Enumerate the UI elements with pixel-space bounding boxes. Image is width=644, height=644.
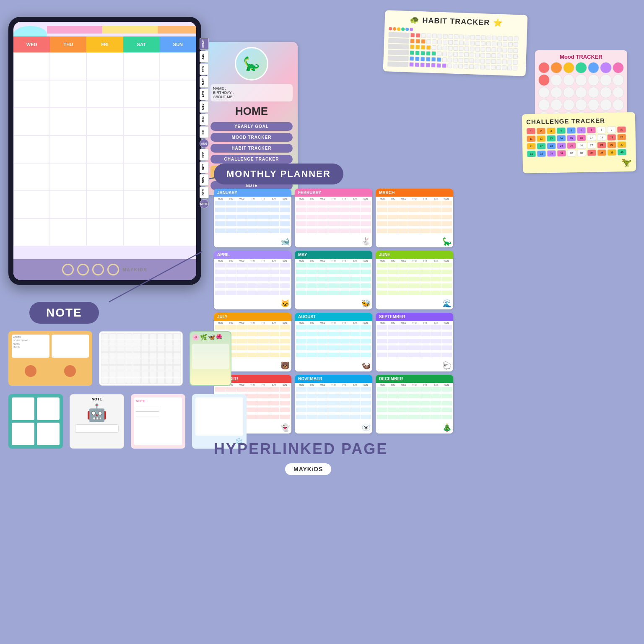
- birthday-field: BIRTHDAY :: [213, 91, 290, 95]
- nav-tab-mar[interactable]: MAR: [200, 76, 209, 88]
- nav-tab-sep[interactable]: SEP: [200, 149, 209, 161]
- col-sat: SAT: [123, 36, 160, 52]
- nav-tab-dec[interactable]: DEC: [200, 187, 209, 198]
- pink-lines: ─────────────────────────────────: [136, 405, 180, 419]
- note-card-white-grid: [99, 331, 183, 386]
- challenge-tracker-title: CHALLENGE TRACKER: [526, 117, 631, 125]
- challenge-tracker-content: CHALLENGE TRACKER 1234567891011121314151…: [522, 112, 636, 174]
- hyperlinked-label: HYPERLINKED PAGE: [214, 440, 388, 458]
- month-card-january: JANUARYMONTUEWEDTHUFRISATSUN🐋: [214, 189, 291, 247]
- month-card-march: MARCHMONTUEWEDTHUFRISATSUN🦕: [376, 189, 453, 247]
- note-cards-row2: NOTE 🤖 NOTE ────────────────────────────…: [8, 394, 247, 449]
- about-field: ABOUT ME :: [213, 95, 290, 99]
- tablet-brand-label: MAYKIDS: [122, 267, 147, 272]
- challenge-tracker-btn[interactable]: CHALLENGE TRACKER: [210, 155, 293, 164]
- col-sun: SUN: [160, 36, 196, 52]
- floral-decorations: 🌸 🌿 🦋 🌺: [190, 332, 231, 342]
- ring-decoration-1: [62, 264, 74, 275]
- habit-tracker-title: HABIT TRACKER: [422, 16, 490, 27]
- doodle-note-label: NOTE: [91, 397, 102, 401]
- challenge-dino-area: 🦖: [527, 157, 632, 169]
- white-grid: [101, 333, 181, 384]
- circle-deco-1: [25, 365, 36, 377]
- month-card-september: SEPTEMBERMONTUEWEDTHUFRISATSUN🐑: [376, 313, 453, 371]
- note-card-pink: NOTE ─────────────────────────────────: [131, 394, 185, 449]
- pink-writing-area: NOTE ─────────────────────────────────: [134, 397, 182, 445]
- note-cell-1: WRITESOMETHINGNOTEHERE: [12, 335, 49, 358]
- nav-tab-oct[interactable]: OCT: [200, 161, 209, 173]
- ring-decoration-3: [92, 264, 104, 275]
- nav-tab-jun[interactable]: JUN: [200, 114, 209, 125]
- nav-tab-aug[interactable]: AUG: [200, 139, 209, 148]
- teal-cell-2: [37, 397, 60, 420]
- month-card-december: DECEMBERMONTUEWEDTHUFRISATSUN🎄: [376, 375, 453, 434]
- month-card-april: APRILMONTUEWEDTHUFRISATSUN🐱: [214, 251, 291, 309]
- tablet-frame: WED THU FRI SAT SUN // Generate 35 cells…: [8, 17, 201, 285]
- month-card-february: FEBRUARYMONTUEWEDTHUFRISATSUN🐇: [295, 189, 372, 247]
- ring-decoration-2: [77, 264, 89, 275]
- tablet-top-decoration: [13, 22, 196, 36]
- yearly-goal-btn[interactable]: YEARLY GOAL: [210, 122, 293, 131]
- habit-tracker-btn[interactable]: HABIT TRACKER: [210, 144, 293, 153]
- col-wed: WED: [13, 36, 50, 52]
- pink-bar: [47, 26, 102, 34]
- nav-tab-home[interactable]: HOME: [200, 38, 209, 50]
- dot-blue: [405, 28, 409, 31]
- dot-purple: [410, 28, 413, 31]
- nav-tab-nov[interactable]: NOV: [200, 174, 209, 186]
- note-cell-2: [52, 335, 89, 358]
- orange-bar: [158, 26, 196, 34]
- flower-icon-4: 🌺: [216, 334, 222, 340]
- circle-deco-2: [64, 365, 76, 377]
- monthly-planner-label: MONTHLY PLANNER: [214, 164, 343, 184]
- mood-tracker-title: Mood TRACKER: [538, 54, 624, 60]
- robot-icon: 🤖: [86, 403, 107, 423]
- flower-icon-1: 🌸: [192, 334, 199, 340]
- star-icon: ⭐: [493, 18, 503, 28]
- nav-tab-may[interactable]: MAY: [200, 101, 209, 113]
- yellow-bar: [102, 26, 158, 34]
- ring-decoration-4: [107, 264, 119, 275]
- floral-writing-area: [192, 344, 229, 369]
- nav-tab-jul[interactable]: JUL: [200, 126, 209, 138]
- dino-avatar: 🦕: [235, 47, 268, 80]
- dino-icon: 🦖: [621, 157, 632, 167]
- flower-icon-3: 🦋: [208, 334, 215, 340]
- habit-tracker-card: 🐢 HABIT TRACKER ⭐: [384, 13, 527, 74]
- turtle-icon: 🐢: [410, 15, 419, 25]
- nav-tab-feb[interactable]: FEB: [200, 63, 209, 75]
- cloud-decoration: [13, 26, 47, 36]
- tablet-side-navigation[interactable]: HOME JAN FEB MAR APR MAY JUN JUL AUG SEP…: [200, 38, 209, 208]
- challenge-tracker-card: CHALLENGE TRACKER 1234567891011121314151…: [522, 112, 636, 174]
- flower-icon-2: 🌿: [200, 334, 207, 340]
- dot-green: [401, 27, 405, 31]
- nav-tab-note[interactable]: NOTE: [200, 199, 209, 208]
- nav-tab-jan[interactable]: JAN: [200, 51, 209, 62]
- maykids-badge: MAYKiDS: [285, 463, 331, 475]
- note-card-teal: [8, 394, 63, 449]
- habit-grid: [387, 32, 523, 71]
- month-card-may: MAYMONTUEWEDTHUFRISATSUN🐝: [295, 251, 372, 309]
- month-card-august: AUGUSTMONTUEWEDTHUFRISATSUN🦦: [295, 313, 372, 371]
- tablet-screen: WED THU FRI SAT SUN // Generate 35 cells…: [13, 22, 196, 280]
- month-card-june: JUNEMONTUEWEDTHUFRISATSUN🌊: [376, 251, 453, 309]
- habit-tracker-content: 🐢 HABIT TRACKER ⭐: [383, 10, 528, 76]
- dot-red: [389, 27, 392, 30]
- note-section-label: NOTE: [29, 302, 99, 324]
- nav-tab-apr[interactable]: APR: [200, 88, 209, 100]
- pink-note-title: NOTE: [136, 399, 180, 403]
- doodle-line: [75, 424, 119, 433]
- challenge-path: 1234567891011121314151617181920212223242…: [526, 126, 631, 157]
- month-card-november: NOVEMBERMONTUEWEDTHUFRISATSUN🐻‍❄️: [295, 375, 372, 434]
- mood-tracker-btn[interactable]: MOOD TRACKER: [210, 133, 293, 142]
- dot-yellow: [397, 27, 400, 31]
- write-note-text: WRITESOMETHINGNOTEHERE: [13, 336, 48, 349]
- home-card-title: HOME: [210, 105, 293, 118]
- teal-cell-1: [12, 397, 34, 420]
- note-card-orange: WRITESOMETHINGNOTEHERE: [8, 331, 92, 386]
- tablet-bottom-bar: MAYKIDS: [13, 259, 196, 280]
- monthly-calendar-grid: JANUARYMONTUEWEDTHUFRISATSUN🐋FEBRUARYMON…: [214, 189, 453, 434]
- home-info-block: NAME : BIRTHDAY : ABOUT ME :: [210, 84, 293, 101]
- teal-cell-3: [12, 423, 34, 445]
- teal-cell-4: [37, 423, 60, 445]
